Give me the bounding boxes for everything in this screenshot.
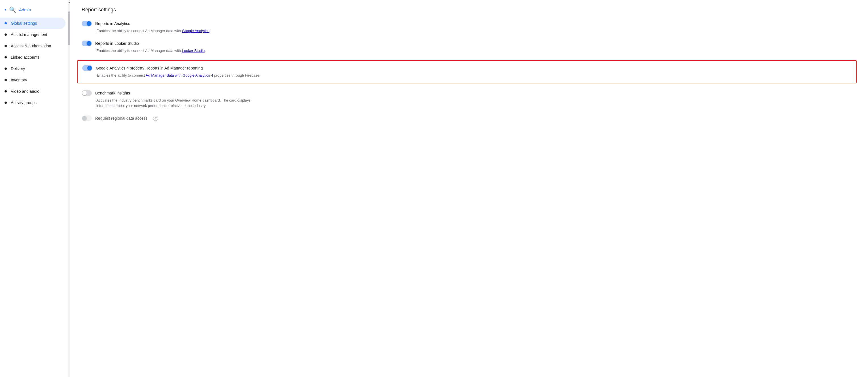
toggle-benchmark[interactable] [82,90,92,96]
looker-studio-link[interactable]: Looker Studio [182,49,205,53]
sidebar-item-ads-txt[interactable]: Ads.txt management [0,29,65,40]
setting-reports-looker: Reports in Looker Studio Enables the abi… [82,40,857,54]
sidebar-dot [4,56,7,58]
sidebar-nav: Global settings Ads.txt management Acces… [0,18,68,108]
toggle-reports-looker[interactable] [82,40,92,46]
toggle-reports-analytics[interactable] [82,21,92,26]
setting-description: Enables the ability to connect Ad Manage… [82,28,263,34]
sidebar-item-video-audio[interactable]: Video and audio [0,86,65,97]
toggle-regional-data[interactable] [82,115,92,121]
sidebar-item-access-authorization[interactable]: Access & authorization [0,40,65,52]
scroll-up-arrow[interactable]: ▲ [68,0,70,4]
sidebar-dot [4,79,7,81]
sidebar-dot [4,33,7,36]
setting-ga4-reports: Google Analytics 4 property Reports in A… [77,60,857,83]
sidebar: ▾ 🔍 Admin Global settings Ads.txt manage… [0,0,68,377]
setting-regional-data: Request regional data access ? [82,115,857,121]
toggle-thumb [87,41,91,46]
setting-title: Reports in Looker Studio [95,41,139,46]
sidebar-item-label: Ads.txt management [11,32,47,37]
setting-header: Google Analytics 4 property Reports in A… [82,65,851,71]
sidebar-header[interactable]: ▾ 🔍 Admin [0,3,68,18]
question-icon[interactable]: ? [153,116,158,121]
setting-title: Google Analytics 4 property Reports in A… [96,66,203,70]
section-title: Report settings [82,7,857,13]
sidebar-item-inventory[interactable]: Inventory [0,74,65,86]
scrollbar-thumb[interactable] [68,11,70,46]
setting-header: Reports in Looker Studio [82,40,857,46]
sidebar-dot [4,45,7,47]
sidebar-item-label: Video and audio [11,89,39,94]
google-analytics-link[interactable]: Google Analytics [182,29,210,33]
setting-header: Reports in Analytics [82,21,857,26]
toggle-thumb [87,66,92,70]
main-content: Report settings Reports in Analytics Ena… [70,0,868,377]
sidebar-dot [4,67,7,70]
setting-title: Benchmark Insights [95,91,130,95]
scrollbar[interactable]: ▲ [68,0,70,377]
sidebar-item-global-settings[interactable]: Global settings [0,18,65,29]
admin-icon: 🔍 [9,6,16,13]
setting-header: Benchmark Insights [82,90,857,96]
sidebar-item-linked-accounts[interactable]: Linked accounts [0,52,65,63]
sidebar-item-label: Delivery [11,66,25,71]
sidebar-item-label: Global settings [11,21,37,26]
setting-header: Request regional data access ? [82,115,857,121]
setting-title: Request regional data access [95,116,147,121]
sidebar-item-activity-groups[interactable]: Activity groups [0,97,65,108]
setting-reports-analytics: Reports in Analytics Enables the ability… [82,21,857,34]
sidebar-dot [4,102,7,104]
sidebar-dot [4,90,7,92]
setting-description: Enables the ability to connect Ad Manage… [82,48,263,54]
sidebar-item-delivery[interactable]: Delivery [0,63,65,74]
toggle-ga4-reports[interactable] [82,65,92,71]
sidebar-item-label: Linked accounts [11,55,39,60]
sidebar-dot [4,22,7,24]
sidebar-item-label: Access & authorization [11,44,51,48]
sidebar-item-label: Inventory [11,78,27,82]
settings-section: Reports in Analytics Enables the ability… [82,21,857,121]
sidebar-collapse-arrow[interactable]: ▾ [4,8,6,11]
toggle-thumb [87,21,91,26]
sidebar-admin-label[interactable]: Admin [19,7,31,12]
setting-description: Enables the ability to connect Ad Manage… [82,72,264,78]
setting-benchmark: Benchmark Insights Activates the Industr… [82,90,857,109]
setting-description: Activates the Industry benchmarks card o… [82,97,263,109]
toggle-thumb [82,116,87,121]
toggle-thumb [82,91,87,95]
ga4-link[interactable]: Ad Manager data with Google Analytics 4 [146,73,213,78]
main-container: ▲ Report settings Reports in Analytics E… [68,0,868,377]
sidebar-item-label: Activity groups [11,100,36,105]
setting-title: Reports in Analytics [95,21,130,26]
